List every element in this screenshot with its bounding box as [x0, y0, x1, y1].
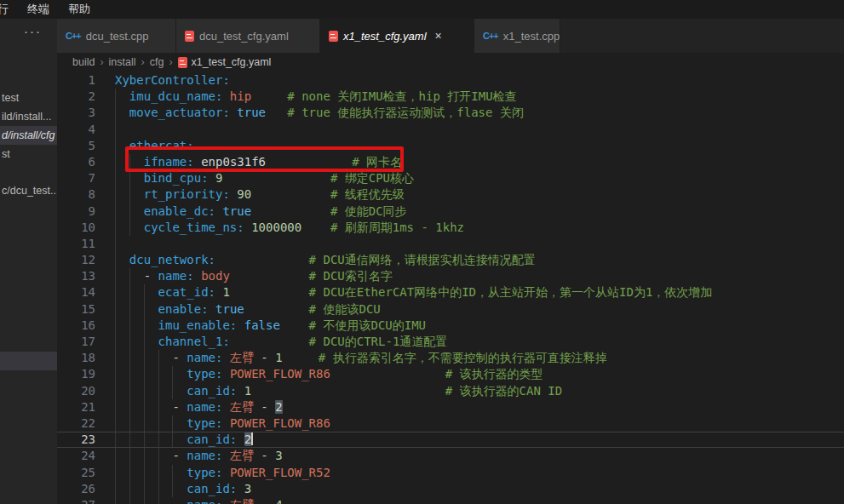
chevron-right-icon: › — [141, 56, 145, 68]
indent-guide — [129, 318, 130, 334]
indent-guide — [158, 415, 159, 432]
code-text: rt_priority: 90 # 线程优先级 — [108, 187, 405, 201]
menu-item-terminal[interactable]: 终端 — [18, 2, 59, 17]
line-number: 27 — [57, 497, 108, 504]
indent-guide — [158, 497, 159, 504]
code-editor[interactable]: 1XyberController:2 imu_dcu_name: hip # n… — [57, 72, 844, 504]
sidebar-list-item[interactable]: c/dcu_test... — [0, 181, 57, 200]
indent-guide — [172, 415, 173, 432]
code-text: - name: 左臂 - 2 — [108, 400, 283, 414]
indent-guide — [129, 170, 130, 186]
code-text: type: POWER_FLOW_R52 — [108, 466, 330, 479]
sidebar-list-item[interactable]: ild/install... — [0, 107, 57, 126]
tab-dcu_test_cfg.yaml[interactable]: dcu_test_cfg.yaml — [176, 19, 320, 53]
indent-guide — [158, 465, 159, 481]
line-number: 5 — [57, 138, 108, 154]
indent-guide — [129, 268, 130, 284]
line-number: 26 — [57, 481, 108, 497]
code-line-23[interactable]: 23 can_id: 2 — [57, 432, 844, 448]
line-number: 8 — [57, 186, 108, 203]
indent-guide — [158, 350, 159, 366]
sidebar-list-item[interactable]: test — [0, 89, 57, 107]
more-actions-icon[interactable]: ··· — [24, 24, 42, 38]
code-line-17[interactable]: 17 channel_1: # DCU的CTRL-1通道配置 — [57, 334, 844, 350]
indent-guide — [144, 318, 145, 334]
indent-guide — [115, 318, 116, 334]
indent-guide — [129, 203, 130, 220]
code-line-25[interactable]: 25 type: POWER_FLOW_R52 — [57, 465, 844, 481]
sidebar-list-item[interactable] — [0, 352, 57, 370]
sidebar-list-item[interactable]: st — [0, 145, 57, 163]
code-line-5[interactable]: 5 ethercat: — [57, 138, 844, 154]
code-text: can_id: 1 # 该执行器的CAN ID — [108, 384, 562, 398]
code-line-10[interactable]: 10 cycle_time_ns: 1000000 # 刷新周期1ms - 1k… — [57, 220, 844, 236]
code-line-24[interactable]: 24 - name: 左臂 - 3 — [57, 448, 844, 464]
tab-x1_test.cpp[interactable]: C++x1_test.cpp — [474, 19, 560, 53]
code-line-12[interactable]: 12 dcu_network: # DCU通信网络，请根据实机连接情况配置 — [57, 252, 844, 268]
breadcrumb-file[interactable]: x1_test_cfg.yaml — [192, 56, 272, 68]
indent-guide — [115, 383, 116, 399]
line-number: 16 — [57, 318, 108, 334]
line-number: 25 — [57, 465, 108, 481]
code-line-6[interactable]: 6 ifname: enp0s31f6 # 网卡名 — [57, 154, 844, 170]
close-icon[interactable]: × — [435, 29, 442, 43]
breadcrumb[interactable]: build›install›cfg›x1_test_cfg.yaml — [57, 53, 844, 72]
line-number: 13 — [57, 268, 108, 284]
indent-guide — [144, 415, 145, 432]
indent-guide — [144, 334, 145, 350]
indent-guide — [129, 186, 130, 203]
code-line-14[interactable]: 14 ecat_id: 1 # DCU在EtherCAT网络中的ID，从主站开始… — [57, 284, 844, 301]
line-number: 23 — [57, 432, 108, 447]
editor-group: C++dcu_test.cppdcu_test_cfg.yamlx1_test_… — [57, 19, 844, 504]
code-line-3[interactable]: 3 move_actuator: true # true 使能执行器运动测试，f… — [57, 105, 844, 121]
code-line-27[interactable]: 27 - name: 左臂 - 4 — [57, 497, 844, 504]
code-line-19[interactable]: 19 type: POWER_FLOW_R86 # 该执行器的类型 — [57, 366, 844, 382]
breadcrumb-segment[interactable]: cfg — [150, 56, 164, 68]
cpp-file-icon: C++ — [483, 31, 498, 41]
code-line-21[interactable]: 21 - name: 左臂 - 2 — [57, 399, 844, 415]
tab-dcu_test.cpp[interactable]: C++dcu_test.cpp — [57, 19, 176, 53]
code-text: ethercat: — [108, 139, 194, 152]
code-text: type: POWER_FLOW_R86 — [108, 416, 330, 430]
code-line-7[interactable]: 7 bind_cpu: 9 # 绑定CPU核心 — [57, 170, 844, 186]
tab-label: dcu_test.cpp — [86, 30, 149, 43]
indent-guide — [115, 432, 116, 447]
indent-guide — [158, 366, 159, 382]
sidebar-list-item[interactable]: d/install/cfg — [0, 126, 57, 145]
indent-guide — [129, 220, 130, 236]
code-line-11[interactable]: 11 — [57, 236, 844, 252]
code-line-8[interactable]: 8 rt_priority: 90 # 线程优先级 — [57, 186, 844, 203]
code-line-22[interactable]: 22 type: POWER_FLOW_R86 — [57, 415, 844, 432]
indent-guide — [129, 154, 130, 170]
code-line-15[interactable]: 15 enable: true # 使能该DCU — [57, 301, 844, 318]
code-line-26[interactable]: 26 can_id: 3 — [57, 481, 844, 497]
indent-guide — [115, 122, 116, 138]
menu-item-help[interactable]: 帮助 — [59, 2, 100, 17]
line-number: 7 — [57, 170, 108, 186]
line-number: 21 — [57, 399, 108, 415]
line-number: 20 — [57, 383, 108, 399]
code-line-9[interactable]: 9 enable_dc: true # 使能DC同步 — [57, 203, 844, 220]
indent-guide — [129, 465, 130, 481]
code-line-16[interactable]: 16 imu_enable: false # 不使用该DCU的IMU — [57, 318, 844, 334]
code-line-18[interactable]: 18 - name: 左臂 - 1 # 执行器索引名字，不需要控制的执行器可直接… — [57, 350, 844, 366]
code-line-1[interactable]: 1XyberController: — [57, 72, 844, 89]
indent-guide — [115, 366, 116, 382]
tab-bar: C++dcu_test.cppdcu_test_cfg.yamlx1_test_… — [57, 19, 844, 53]
tab-x1_test_cfg.yaml[interactable]: x1_test_cfg.yaml× — [320, 19, 474, 53]
indent-guide — [144, 366, 145, 382]
code-line-20[interactable]: 20 can_id: 1 # 该执行器的CAN ID — [57, 383, 844, 399]
code-text: channel_1: # DCU的CTRL-1通道配置 — [108, 335, 447, 348]
breadcrumb-segment[interactable]: build — [72, 56, 95, 68]
yaml-file-icon — [329, 31, 338, 42]
code-line-2[interactable]: 2 imu_dcu_name: hip # none 关闭IMU检查，hip 打… — [57, 89, 844, 105]
code-line-13[interactable]: 13 - name: body # DCU索引名字 — [57, 268, 844, 284]
indent-guide — [115, 334, 116, 350]
line-number: 22 — [57, 415, 108, 432]
breadcrumb-segment[interactable]: install — [109, 56, 136, 68]
yaml-file-icon — [178, 57, 187, 68]
menu-item-run[interactable]: 行 — [0, 2, 18, 17]
code-line-4[interactable]: 4 — [57, 122, 844, 138]
line-number: 18 — [57, 350, 108, 366]
tab-label: x1_test.cpp — [503, 30, 560, 43]
